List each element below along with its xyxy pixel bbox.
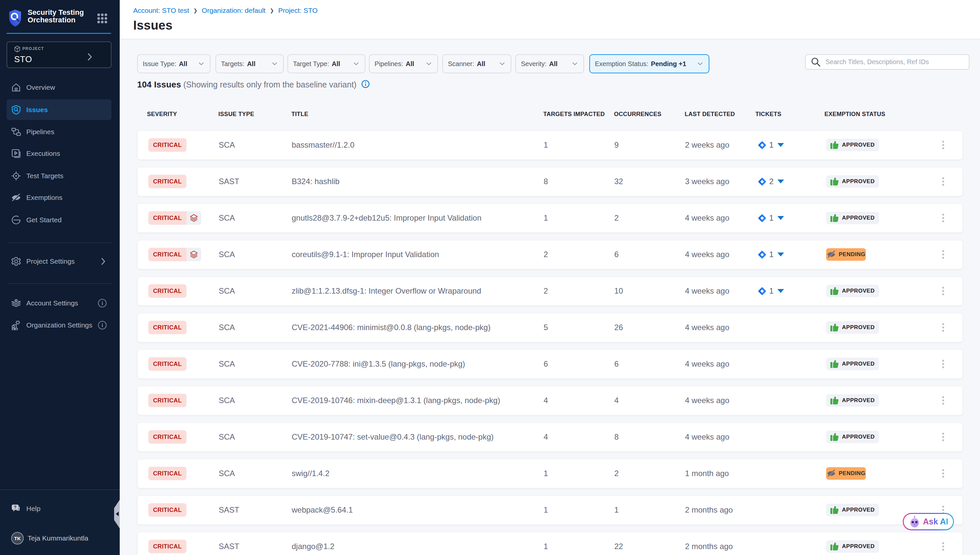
svg-text:?: ? <box>14 505 16 510</box>
